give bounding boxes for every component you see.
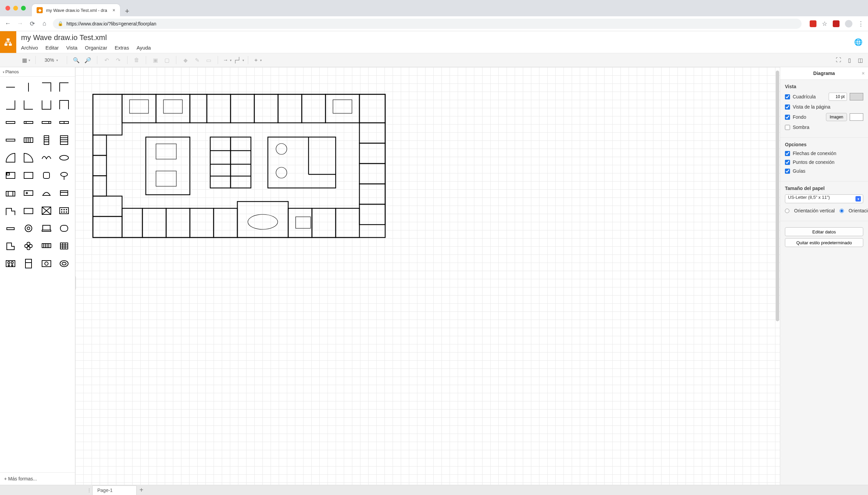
page-tab[interactable]: Page-1 xyxy=(92,485,137,495)
shape-chair[interactable] xyxy=(39,168,54,183)
shape-wall-corner-tl[interactable] xyxy=(57,80,71,94)
to-back-icon[interactable]: ▢ xyxy=(162,56,171,65)
shape-lamp[interactable] xyxy=(57,168,71,183)
shape-wall-u2[interactable] xyxy=(57,98,71,112)
canvas-scrollbar[interactable] xyxy=(776,71,779,321)
more-shapes-button[interactable]: + Más formas... xyxy=(0,472,75,485)
shape-opening[interactable] xyxy=(39,115,54,130)
shape-laptop[interactable] xyxy=(39,221,54,236)
shape-counter-l[interactable] xyxy=(3,204,18,218)
shape-table-oval[interactable] xyxy=(57,151,71,165)
shape-wall-corner-br[interactable] xyxy=(3,98,18,112)
paper-size-select[interactable]: US-Letter (8,5" x 11") xyxy=(785,194,863,203)
menu-archivo[interactable]: Archivo xyxy=(21,45,38,51)
fill-color-icon[interactable]: ◆ xyxy=(181,56,190,65)
add-page-button[interactable]: + xyxy=(137,486,146,494)
shape-bed[interactable] xyxy=(3,168,18,183)
shape-window-grid[interactable] xyxy=(21,133,36,147)
profile-avatar[interactable] xyxy=(845,20,852,28)
palette-heading[interactable]: Planos xyxy=(0,67,75,77)
shape-wall-corner-tr[interactable] xyxy=(39,80,54,94)
shape-window[interactable] xyxy=(3,133,18,147)
guides-checkbox[interactable] xyxy=(785,169,790,174)
view-mode-button[interactable]: ▦ xyxy=(22,56,31,65)
shape-opening[interactable] xyxy=(3,115,18,130)
conn-arrows-checkbox[interactable] xyxy=(785,151,790,156)
pageview-checkbox[interactable] xyxy=(785,104,790,109)
shape-door-double[interactable] xyxy=(39,151,54,165)
chrome-menu-icon[interactable]: ⋮ xyxy=(858,20,864,28)
home-icon[interactable]: ⌂ xyxy=(41,20,48,28)
menu-editar[interactable]: Editar xyxy=(46,45,59,51)
menu-organizar[interactable]: Organizar xyxy=(85,45,107,51)
format-panel-icon[interactable]: ▯ xyxy=(845,56,854,65)
shape-opening[interactable] xyxy=(21,115,36,130)
orientation-vertical-radio[interactable] xyxy=(785,208,789,214)
shape-piano[interactable] xyxy=(3,239,18,253)
grid-color-swatch[interactable] xyxy=(850,93,863,100)
shape-tv[interactable] xyxy=(21,204,36,218)
shape-stairs[interactable] xyxy=(39,133,54,147)
shape-keyboard[interactable] xyxy=(39,239,54,253)
clear-default-style-button[interactable]: Quitar estilo predeterminado xyxy=(785,238,863,247)
shadow-icon[interactable]: ▭ xyxy=(204,56,213,65)
grid-checkbox[interactable] xyxy=(785,94,790,99)
language-icon[interactable]: 🌐 xyxy=(854,38,863,46)
shape-bed[interactable] xyxy=(21,168,36,183)
line-color-icon[interactable]: ✎ xyxy=(193,56,201,65)
window-minimize-button[interactable] xyxy=(13,6,18,11)
shape-tub[interactable] xyxy=(57,221,71,236)
orientation-horizontal-radio[interactable] xyxy=(839,208,844,214)
shape-wall-corner-bl[interactable] xyxy=(21,98,36,112)
shape-oven[interactable] xyxy=(57,186,71,200)
close-tab-icon[interactable]: × xyxy=(112,7,115,13)
shape-sink-round[interactable] xyxy=(39,256,54,271)
to-front-icon[interactable]: ▣ xyxy=(151,56,160,65)
close-panel-icon[interactable]: × xyxy=(862,71,865,76)
shape-wall-u[interactable] xyxy=(39,98,54,112)
connection-icon[interactable]: → xyxy=(223,56,232,65)
fullscreen-icon[interactable]: ⛶ xyxy=(834,56,843,65)
shape-door-quarter[interactable] xyxy=(3,151,18,165)
undo-icon[interactable]: ↶ xyxy=(102,56,111,65)
redo-icon[interactable]: ↷ xyxy=(113,56,122,65)
zoom-in-icon[interactable]: 🔍 xyxy=(72,56,81,65)
shape-stairs[interactable] xyxy=(57,133,71,147)
reload-icon[interactable]: ⟳ xyxy=(29,20,36,28)
back-icon[interactable]: ← xyxy=(4,20,12,28)
delete-icon[interactable]: 🗑 xyxy=(132,56,141,65)
shape-counter[interactable] xyxy=(21,186,36,200)
grid-size-input[interactable] xyxy=(829,92,847,101)
floorplan-drawing[interactable] xyxy=(91,93,387,239)
document-title[interactable]: my Wave draw.io Test.xml xyxy=(21,33,849,42)
extension-icon[interactable] xyxy=(810,20,816,27)
shape-wall-vertical[interactable] xyxy=(21,80,36,94)
zoom-dropdown[interactable]: 30% ▾ xyxy=(40,57,62,63)
shape-plant[interactable] xyxy=(21,239,36,253)
extension-icon[interactable] xyxy=(833,20,839,27)
canvas[interactable] xyxy=(75,67,780,485)
menu-vista[interactable]: Vista xyxy=(66,45,77,51)
shape-grid[interactable] xyxy=(57,239,71,253)
shape-cooktop[interactable] xyxy=(3,256,18,271)
shape-door-quarter[interactable] xyxy=(21,151,36,165)
drawio-logo-icon[interactable] xyxy=(0,31,16,53)
waypoint-icon[interactable]: ┌┘ xyxy=(234,56,243,65)
menu-ayuda[interactable]: Ayuda xyxy=(137,45,151,51)
shadow-checkbox[interactable] xyxy=(785,125,790,130)
address-bar[interactable]: 🔒 https://www.draw.io/?libs=general;floo… xyxy=(53,19,801,29)
shape-wall[interactable] xyxy=(3,80,18,94)
sidebar-splitter[interactable] xyxy=(75,276,76,290)
outline-icon[interactable]: ◫ xyxy=(856,56,865,65)
shape-basin[interactable] xyxy=(57,256,71,271)
zoom-out-icon[interactable]: 🔎 xyxy=(84,56,92,65)
conn-points-checkbox[interactable] xyxy=(785,160,790,165)
shape-dots[interactable] xyxy=(57,204,71,218)
edit-data-button[interactable]: Editar datos xyxy=(785,227,863,236)
shape-round-table[interactable] xyxy=(21,221,36,236)
new-tab-button[interactable]: + xyxy=(122,6,132,16)
shape-sink[interactable] xyxy=(39,186,54,200)
shape-shelf[interactable] xyxy=(3,221,18,236)
bookmark-star-icon[interactable]: ☆ xyxy=(822,20,827,28)
background-color-swatch[interactable] xyxy=(850,113,863,121)
